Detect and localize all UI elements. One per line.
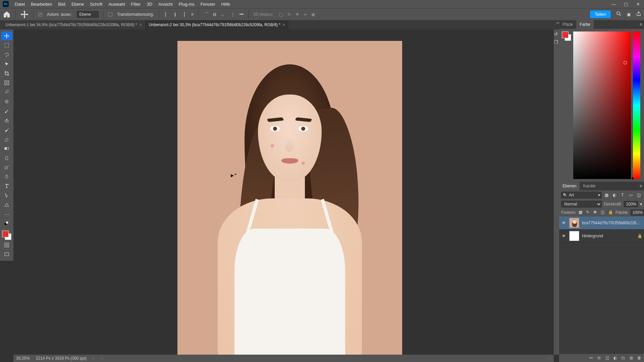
align-right-icon[interactable]: ▕ xyxy=(180,11,186,18)
group-icon[interactable]: 🗀 xyxy=(621,355,626,361)
history-panel-icon[interactable]: ↺ xyxy=(554,32,559,36)
visibility-icon[interactable]: 👁 xyxy=(561,221,567,225)
canvas-image[interactable] xyxy=(177,41,402,355)
zoom-level[interactable]: 30,25% xyxy=(16,356,30,361)
panel-collapse-icon[interactable]: ◂◂ xyxy=(556,21,559,24)
layer-name[interactable]: Hintergrund xyxy=(582,234,635,238)
shape-tool[interactable] xyxy=(1,200,12,209)
close-icon[interactable]: ✕ xyxy=(632,0,644,8)
menu-hilfe[interactable]: Hilfe xyxy=(221,2,230,7)
layer-item[interactable]: 👁 Hintergrund 🔒 xyxy=(559,230,644,243)
frame-tool[interactable] xyxy=(1,78,12,87)
auto-select-checkbox[interactable] xyxy=(38,12,42,16)
blur-tool[interactable] xyxy=(1,154,12,162)
hue-slider[interactable] xyxy=(633,32,640,179)
blend-mode-dropdown[interactable]: Normal xyxy=(561,201,602,207)
layer-filter-dropdown[interactable]: 🔍 Art ▾ xyxy=(561,192,602,198)
layer-item[interactable]: 👁 bca77544d76c791f56b80b226c5209fa xyxy=(559,217,644,230)
path-select-tool[interactable] xyxy=(1,191,12,200)
align-bottom-icon[interactable]: ⎵ xyxy=(219,11,226,18)
layer-mask-icon[interactable]: ◫ xyxy=(604,355,610,361)
align-center-v-icon[interactable]: ⊟ xyxy=(211,11,218,18)
minimize-icon[interactable]: — xyxy=(608,0,620,8)
gradient-tool[interactable] xyxy=(1,144,12,153)
layers-panel-icon[interactable]: ❒ xyxy=(554,40,559,44)
move-tool[interactable] xyxy=(1,32,12,40)
align-left-icon[interactable]: ▏ xyxy=(164,11,170,18)
layer-target-dropdown[interactable]: Ebene xyxy=(77,11,99,18)
export-icon[interactable] xyxy=(636,11,641,17)
tab-close-icon[interactable]: × xyxy=(282,22,285,27)
tab-close-icon[interactable]: × xyxy=(139,22,142,27)
pen-tool[interactable] xyxy=(1,172,12,181)
menu-plugins[interactable]: Plug-ins xyxy=(179,2,195,7)
layer-style-icon[interactable]: fx xyxy=(596,355,602,361)
menu-datei[interactable]: Datei xyxy=(15,2,25,7)
panel-menu-icon[interactable]: ≡ xyxy=(638,184,644,188)
menu-3d[interactable]: 3D xyxy=(147,2,152,7)
chevron-down-icon[interactable]: ▾ xyxy=(640,202,642,206)
menu-ebene[interactable]: Ebene xyxy=(71,2,84,7)
transform-controls-checkbox[interactable] xyxy=(108,12,112,16)
fill-value[interactable]: 100% xyxy=(631,209,644,216)
lock-transparency-icon[interactable]: ▦ xyxy=(579,210,584,215)
document-info[interactable]: 2214 Px x 3319 Px (300 ppi) xyxy=(36,356,87,361)
filter-adjust-icon[interactable]: ◐ xyxy=(611,192,618,198)
maximize-icon[interactable]: ▢ xyxy=(620,0,632,8)
filter-smart-icon[interactable]: ◫ xyxy=(635,192,642,198)
lock-artboard-icon[interactable]: ◫ xyxy=(601,210,606,215)
filter-type-icon[interactable]: T xyxy=(619,192,626,198)
filter-shape-icon[interactable]: ▭ xyxy=(627,192,634,198)
panel-menu-icon[interactable]: ≡ xyxy=(638,22,644,27)
align-center-h-icon[interactable]: ∥ xyxy=(172,11,178,18)
quick-mask-icon[interactable] xyxy=(1,241,12,249)
opacity-value[interactable]: 100% xyxy=(624,201,638,207)
brush-tool[interactable] xyxy=(1,107,12,115)
workspace-icon[interactable]: ▣ xyxy=(627,12,631,17)
tab-pfade[interactable]: Pfade xyxy=(559,20,576,29)
move-tool-icon[interactable] xyxy=(20,10,29,18)
foreground-color[interactable] xyxy=(2,231,9,237)
default-colors-icon[interactable] xyxy=(1,219,12,228)
panel-color-swatch[interactable] xyxy=(562,32,571,41)
document-tab-2[interactable]: Unbenannt-2 bei 30,3% (bca77544d76c791f5… xyxy=(145,20,288,29)
lock-pixels-icon[interactable]: ✎ xyxy=(586,210,591,215)
hue-marker[interactable] xyxy=(632,177,634,180)
clone-stamp-tool[interactable] xyxy=(1,116,12,125)
menu-filter[interactable]: Filter xyxy=(131,2,141,7)
document-tab-1[interactable]: Unbenannt-1 bei 34,9% (bca77544d76c791f5… xyxy=(2,20,145,29)
dodge-tool[interactable] xyxy=(1,163,12,172)
search-icon[interactable] xyxy=(616,11,622,17)
color-swatch-pair[interactable] xyxy=(2,231,11,240)
delete-layer-icon[interactable]: 🗑 xyxy=(637,355,642,361)
new-layer-icon[interactable]: ⊞ xyxy=(629,355,634,361)
crop-tool[interactable] xyxy=(1,69,12,78)
layer-thumbnail[interactable] xyxy=(569,218,579,228)
tab-ebenen[interactable]: Ebenen xyxy=(559,182,580,190)
menu-ansicht[interactable]: Ansicht xyxy=(158,2,173,7)
tab-farbe[interactable]: Farbe xyxy=(576,20,593,29)
color-field[interactable] xyxy=(573,32,631,179)
align-top-icon[interactable]: ⎴ xyxy=(203,11,210,18)
share-button[interactable]: Teilen xyxy=(590,10,611,18)
status-scroll-right-icon[interactable]: › xyxy=(550,356,551,361)
healing-brush-tool[interactable] xyxy=(1,97,12,106)
menu-auswahl[interactable]: Auswahl xyxy=(108,2,125,7)
type-tool[interactable] xyxy=(1,182,12,190)
history-brush-tool[interactable] xyxy=(1,125,12,134)
status-scroll-left-icon[interactable]: ‹ xyxy=(101,356,103,361)
distribute-h-icon[interactable]: ≡ xyxy=(191,12,194,17)
lock-icon[interactable]: 🔒 xyxy=(637,234,642,238)
eraser-tool[interactable] xyxy=(1,135,12,143)
layer-thumbnail[interactable] xyxy=(569,231,579,241)
lock-all-icon[interactable]: 🔒 xyxy=(608,210,613,215)
screen-mode-icon[interactable] xyxy=(1,250,12,259)
hand-zoom-tool[interactable]: ⋯ xyxy=(1,210,12,219)
menu-bearbeiten[interactable]: Bearbeiten xyxy=(31,2,52,7)
menu-fenster[interactable]: Fenster xyxy=(201,2,215,7)
eyedropper-tool[interactable] xyxy=(1,88,12,97)
tab-kanaele[interactable]: Kanäle xyxy=(580,182,599,190)
layer-name[interactable]: bca77544d76c791f56b80b226c5209fa xyxy=(582,221,642,225)
status-arrow-icon[interactable]: › xyxy=(93,356,94,361)
distribute-v-icon[interactable]: ⋮ xyxy=(231,12,235,17)
